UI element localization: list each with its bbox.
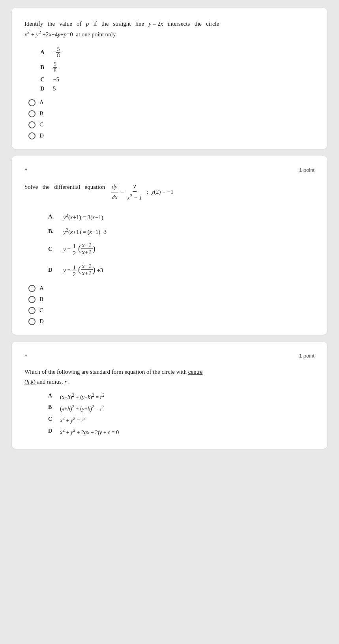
q2-radio-row-b[interactable]: B <box>28 296 315 303</box>
required-star-3: * <box>24 353 28 360</box>
radio-label-a: A <box>39 99 44 106</box>
q3-value-b: (x+h)2 + (y+k)2 = r2 <box>60 404 105 412</box>
q3-value-a: (x−h)2 + (y−k)2 = r2 <box>60 393 105 401</box>
q3-choice-row-b: B (x+h)2 + (y+k)2 = r2 <box>48 404 315 412</box>
radio-label-d: D <box>39 132 44 139</box>
radio-options-2: A B C D <box>28 285 315 325</box>
choices-table-3: A (x−h)2 + (y−k)2 = r2 B (x+h)2 + (y+k)2… <box>48 393 315 436</box>
radio-button-c[interactable] <box>28 121 36 128</box>
required-star-2: * <box>24 167 28 174</box>
q2-radio-row-a[interactable]: A <box>28 285 315 292</box>
q2-value-d: y = 1 2 ( x−1 x+1 ) +3 <box>63 263 103 278</box>
q3-label-b: B <box>48 404 56 411</box>
q2-radio-label-a: A <box>39 285 44 292</box>
radio-row-d[interactable]: D <box>28 132 315 139</box>
q2-radio-row-d[interactable]: D <box>28 318 315 325</box>
q2-radio-button-c[interactable] <box>28 307 36 314</box>
points-label-3: 1 point <box>299 353 315 359</box>
choice-row-1c: C −5 <box>40 76 315 83</box>
card-header-3: * 1 point <box>24 353 315 360</box>
q2-radio-label-d: D <box>39 318 44 325</box>
choices-table-1: A −58 B 58 C −5 D 5 <box>40 46 315 92</box>
q3-label-c: C <box>48 416 56 422</box>
card-header-2: * 1 point <box>24 167 315 174</box>
q3-choice-row-a: A (x−h)2 + (y−k)2 = r2 <box>48 393 315 401</box>
radio-label-c: C <box>39 121 43 128</box>
q2-radio-label-b: B <box>39 296 43 303</box>
choice-label-a: A <box>40 49 48 56</box>
q2-value-c: y = 1 2 ( x−1 x+1 ) <box>63 242 96 257</box>
q2-radio-label-c: C <box>39 307 43 314</box>
q2-choice-row-b: B. y2(x+1) = (x−1)+3 <box>48 227 315 235</box>
radio-label-b: B <box>39 110 43 117</box>
question-card-3: * 1 point Which of the following are sta… <box>12 342 327 449</box>
radio-row-c[interactable]: C <box>28 121 315 128</box>
choice-value-b: 58 <box>53 61 57 74</box>
question-card-1: Identify the value of p if the straight … <box>12 8 327 149</box>
radio-button-b[interactable] <box>28 110 36 117</box>
q2-label-d: D <box>48 267 57 273</box>
q2-label-a: A. <box>48 213 57 220</box>
choice-row-1a: A −58 <box>40 46 315 59</box>
q2-choice-row-c: C y = 1 2 ( x−1 x+1 ) <box>48 242 315 257</box>
radio-button-a[interactable] <box>28 99 36 106</box>
q2-radio-button-b[interactable] <box>28 296 36 303</box>
q3-label-a: A <box>48 393 56 399</box>
radio-button-d[interactable] <box>28 132 36 139</box>
q3-choice-row-d: D x2 + y2 + 2gx + 2fy + c = 0 <box>48 428 315 436</box>
choice-value-d: 5 <box>53 85 56 92</box>
q2-choice-row-d: D y = 1 2 ( x−1 x+1 ) +3 <box>48 263 315 278</box>
choice-label-b: B <box>40 64 48 71</box>
choice-label-d: D <box>40 85 48 92</box>
q2-value-b: y2(x+1) = (x−1)+3 <box>63 227 107 235</box>
question-1-text: Identify the value of p if the straight … <box>24 19 315 39</box>
choices-table-2: A. y2(x+1) = 3(x−1) B. y2(x+1) = (x−1)+3… <box>48 213 315 278</box>
radio-row-b[interactable]: B <box>28 110 315 117</box>
question-2-text: Solve the differential equation dy dx = … <box>24 181 315 203</box>
q2-label-c: C <box>48 246 57 252</box>
radio-options-1: A B C D <box>28 99 315 139</box>
choice-row-1d: D 5 <box>40 85 315 92</box>
choice-value-a: −58 <box>53 46 60 59</box>
q2-radio-button-d[interactable] <box>28 318 36 325</box>
choice-label-c: C <box>40 76 48 83</box>
q3-choice-row-c: C x2 + y2 = r2 <box>48 416 315 424</box>
q3-label-d: D <box>48 428 56 434</box>
question-3-text: Which of the following are standard form… <box>24 367 315 387</box>
q3-value-c: x2 + y2 = r2 <box>60 416 86 424</box>
choice-value-c: −5 <box>53 76 59 83</box>
q2-choice-row-a: A. y2(x+1) = 3(x−1) <box>48 213 315 221</box>
points-label-2: 1 point <box>299 167 315 173</box>
radio-row-a[interactable]: A <box>28 99 315 106</box>
q2-value-a: y2(x+1) = 3(x−1) <box>63 213 103 221</box>
choice-row-1b: B 58 <box>40 61 315 74</box>
q3-value-d: x2 + y2 + 2gx + 2fy + c = 0 <box>60 428 119 436</box>
question-card-2: * 1 point Solve the differential equatio… <box>12 156 327 335</box>
q2-radio-row-c[interactable]: C <box>28 307 315 314</box>
q2-label-b: B. <box>48 228 57 235</box>
q2-radio-button-a[interactable] <box>28 285 36 292</box>
